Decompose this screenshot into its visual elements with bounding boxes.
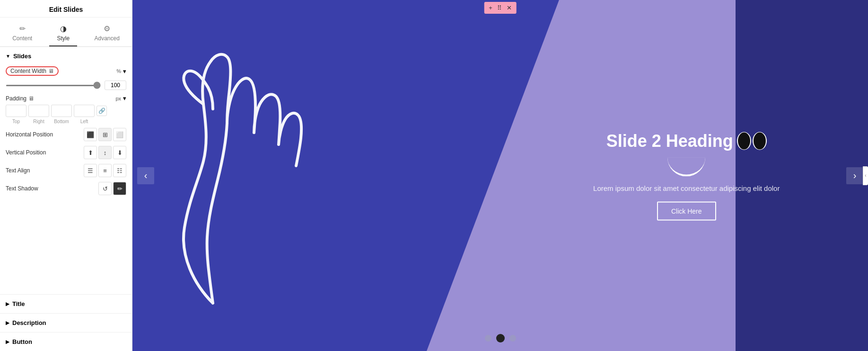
tabs-bar: ✏ Content ◑ Style ⚙ Advanced <box>0 18 132 47</box>
padding-link-icon[interactable]: 🔗 <box>96 106 107 116</box>
text-align-buttons: ☰ ≡ ☷ <box>84 164 126 177</box>
title-label: Title <box>12 300 25 307</box>
tab-style-label: Style <box>57 35 70 42</box>
slide-prev-button[interactable]: ‹ <box>137 167 154 184</box>
text-align-right-button[interactable]: ☷ <box>113 164 126 177</box>
padding-top-label: Top <box>6 119 26 124</box>
description-section: ▶ Description <box>0 313 132 332</box>
slide-next-button[interactable]: › <box>846 167 863 184</box>
slide-description: Lorem ipsum dolor sit amet consectetur a… <box>593 184 780 192</box>
dot-2[interactable] <box>496 334 505 342</box>
unit-percent[interactable]: % <box>116 68 121 74</box>
content-width-label: Content Width 🖥 <box>6 66 59 76</box>
padding-inputs-row: 🔗 <box>6 105 126 117</box>
text-shadow-label: Text Shadow <box>6 185 38 192</box>
h-align-left-button[interactable]: ⬛ <box>84 128 97 141</box>
advanced-tab-icon: ⚙ <box>104 24 110 33</box>
button-section: ▶ Button <box>0 332 132 351</box>
content-width-slider-row <box>6 81 126 90</box>
padding-right-input[interactable] <box>28 105 49 117</box>
text-align-row: Text Align ☰ ≡ ☷ <box>6 164 126 177</box>
slide-canvas: Slide 2 Heading Lorem ipsum dolor s <box>132 0 868 351</box>
left-eye-white <box>737 132 751 150</box>
horizontal-position-row: Horizontal Position ⬛ ⊞ ⬜ <box>6 128 126 141</box>
description-arrow: ▶ <box>6 320 9 325</box>
padding-left-label: Left <box>74 119 95 124</box>
vertical-position-row: Vertical Position ⬆ ↕ ⬇ <box>6 146 126 159</box>
hand-illustration <box>156 9 336 332</box>
padding-top-input[interactable] <box>6 105 26 117</box>
element-add-button[interactable]: + <box>487 3 494 12</box>
main-canvas-area: + ⠿ ✕ ✏ <box>132 0 868 351</box>
description-label: Description <box>12 319 46 326</box>
slide-dots <box>485 334 516 342</box>
title-arrow: ▶ <box>6 301 9 306</box>
style-tab-icon: ◑ <box>60 24 67 33</box>
content-tab-icon: ✏ <box>19 24 26 33</box>
button-label: Button <box>12 338 32 345</box>
v-align-bottom-button[interactable]: ⬇ <box>113 146 126 159</box>
padding-inputs: 🔗 <box>6 105 126 117</box>
horizontal-position-label: Horizontal Position <box>6 131 53 138</box>
right-eye-white <box>753 132 767 150</box>
padding-labels-row: Top Right Bottom Left <box>6 119 126 124</box>
panel-title: Edit Slides <box>0 0 132 18</box>
slides-section-label: Slides <box>13 53 31 60</box>
content-width-row: Content Width 🖥 % ▾ <box>6 66 126 76</box>
right-eye-pupil <box>754 132 766 149</box>
element-move-button[interactable]: ⠿ <box>495 3 504 12</box>
tab-advanced-label: Advanced <box>94 35 119 42</box>
padding-row: Padding 🖥 px ▾ <box>6 95 126 102</box>
text-shadow-reset-button[interactable]: ↺ <box>98 182 112 195</box>
canvas-wrapper: + ⠿ ✕ ✏ <box>132 0 868 351</box>
padding-left-input[interactable] <box>74 105 95 117</box>
padding-bottom-input[interactable] <box>51 105 72 117</box>
tab-style[interactable]: ◑ Style <box>49 21 77 46</box>
slide-bg: Slide 2 Heading Lorem ipsum dolor s <box>132 0 868 351</box>
left-panel: Edit Slides ✏ Content ◑ Style ⚙ Advanced… <box>0 0 132 351</box>
monitor-icon: 🖥 <box>48 68 54 74</box>
padding-unit: px ▾ <box>115 95 126 102</box>
element-close-button[interactable]: ✕ <box>505 3 514 12</box>
face-decoration <box>737 132 767 150</box>
content-width-unit: % ▾ <box>116 68 126 75</box>
v-align-middle-button[interactable]: ↕ <box>98 146 112 159</box>
content-width-input[interactable] <box>105 81 126 90</box>
slide-cta-button[interactable]: Click Here <box>657 201 716 220</box>
text-shadow-edit-button[interactable]: ✏ <box>113 182 126 195</box>
text-align-center-button[interactable]: ≡ <box>98 164 112 177</box>
tab-advanced[interactable]: ⚙ Advanced <box>87 21 127 46</box>
slide-heading: Slide 2 Heading <box>593 131 780 151</box>
padding-label: Padding 🖥 <box>6 95 34 102</box>
dot-3[interactable] <box>509 335 516 342</box>
title-section-header[interactable]: ▶ Title <box>6 300 126 307</box>
text-align-label: Text Align <box>6 167 30 174</box>
padding-monitor-icon: 🖥 <box>28 95 34 102</box>
vertical-position-buttons: ⬆ ↕ ⬇ <box>84 146 126 159</box>
padding-right-label: Right <box>28 119 49 124</box>
padding-unit-label[interactable]: px <box>115 96 121 101</box>
slides-collapse-arrow: ▼ <box>6 54 10 59</box>
element-toolbar: + ⠿ ✕ <box>484 2 517 14</box>
h-align-right-button[interactable]: ⬜ <box>113 128 126 141</box>
panel-content: ▼ Slides Content Width 🖥 % ▾ Padding 🖥 <box>0 47 132 294</box>
v-align-top-button[interactable]: ⬆ <box>84 146 97 159</box>
content-width-slider[interactable] <box>6 85 101 86</box>
padding-bottom-label: Bottom <box>51 119 72 124</box>
button-section-header[interactable]: ▶ Button <box>6 338 126 345</box>
button-arrow: ▶ <box>6 339 9 344</box>
slides-section-header[interactable]: ▼ Slides <box>6 53 126 60</box>
description-section-header[interactable]: ▶ Description <box>6 319 126 326</box>
text-shadow-buttons: ↺ ✏ <box>98 182 126 195</box>
smile-decoration <box>667 157 705 176</box>
tab-content[interactable]: ✏ Content <box>5 21 40 46</box>
horizontal-position-buttons: ⬛ ⊞ ⬜ <box>84 128 126 141</box>
left-eye-pupil <box>738 132 750 149</box>
vertical-position-label: Vertical Position <box>6 149 46 156</box>
text-shadow-row: Text Shadow ↺ ✏ <box>6 182 126 195</box>
tab-content-label: Content <box>12 35 32 42</box>
dot-1[interactable] <box>485 335 491 342</box>
text-align-left-button[interactable]: ☰ <box>84 164 97 177</box>
slide-content: Slide 2 Heading Lorem ipsum dolor s <box>593 131 780 220</box>
h-align-center-button[interactable]: ⊞ <box>98 128 112 141</box>
